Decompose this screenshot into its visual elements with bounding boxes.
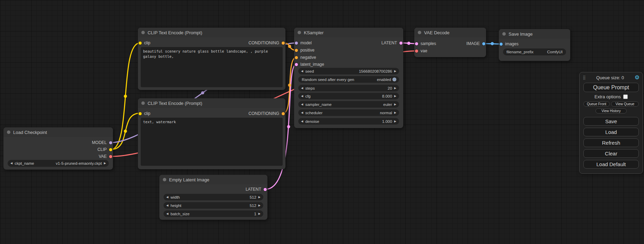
stepper-left-icon[interactable] bbox=[166, 204, 168, 207]
output-port-conditioning[interactable]: CONDITIONING bbox=[248, 40, 285, 46]
clip-port-dot[interactable] bbox=[139, 42, 142, 45]
input-port-vae[interactable]: vae bbox=[415, 48, 427, 54]
node-collapse-dot[interactable] bbox=[502, 32, 506, 36]
node-save-image[interactable]: Save Image images filename_prefix ComfyU… bbox=[499, 29, 570, 61]
node-load-checkpoint[interactable]: Load Checkpoint MODEL CLIP VAE ckpt_name… bbox=[3, 127, 113, 170]
node-clip-text-encode-positive-titlebar[interactable]: CLIP Text Encode (Prompt) bbox=[138, 28, 285, 37]
stepper-left-icon[interactable] bbox=[301, 120, 303, 123]
stepper-right-icon[interactable] bbox=[258, 213, 261, 215]
input-port-samples[interactable]: samples bbox=[415, 41, 436, 46]
stepper-left-icon[interactable] bbox=[301, 87, 303, 90]
stepper-right-icon[interactable] bbox=[394, 70, 396, 73]
stepper-right-icon[interactable] bbox=[258, 196, 261, 199]
node-clip-text-encode-negative[interactable]: CLIP Text Encode (Prompt) clip CONDITION… bbox=[138, 98, 285, 169]
output-port-conditioning[interactable]: CONDITIONING bbox=[248, 111, 285, 116]
stepper-right-icon[interactable] bbox=[394, 120, 396, 123]
input-port-negative[interactable]: negative bbox=[295, 55, 316, 60]
random-seed-toggle-widget[interactable]: Random seed after every gen enabled bbox=[298, 76, 399, 83]
input-port-clip[interactable]: clip bbox=[139, 111, 150, 116]
cfg-widget[interactable]: cfg 8.000 bbox=[298, 93, 399, 99]
latent-port-dot[interactable] bbox=[295, 63, 298, 66]
positive-prompt-textarea[interactable]: beautiful scenery nature glass bottle la… bbox=[141, 47, 283, 87]
input-port-images[interactable]: images bbox=[500, 41, 519, 47]
stepper-right-icon[interactable] bbox=[394, 111, 396, 114]
scheduler-widget[interactable]: scheduler normal bbox=[298, 109, 399, 116]
stepper-right-icon[interactable] bbox=[394, 95, 396, 98]
vae-port-dot[interactable] bbox=[415, 49, 418, 53]
output-port-model[interactable]: MODEL bbox=[92, 140, 112, 145]
output-port-image[interactable]: IMAGE bbox=[466, 41, 485, 46]
extra-options-checkbox[interactable] bbox=[623, 94, 628, 99]
settings-gear-icon[interactable] bbox=[635, 75, 639, 80]
node-empty-latent-image-titlebar[interactable]: Empty Latent Image bbox=[159, 175, 267, 184]
load-default-button[interactable]: Load Default bbox=[583, 160, 639, 169]
node-collapse-dot[interactable] bbox=[7, 130, 10, 134]
node-ksampler[interactable]: KSampler model positive negative latent_… bbox=[294, 28, 403, 128]
model-port-dot[interactable] bbox=[295, 42, 298, 45]
latent-port-dot[interactable] bbox=[399, 42, 403, 45]
view-queue-button[interactable]: View Queue bbox=[611, 101, 639, 107]
batch-size-widget[interactable]: batch_size 1 bbox=[164, 210, 263, 217]
stepper-left-icon[interactable] bbox=[166, 196, 168, 199]
node-clip-text-encode-negative-titlebar[interactable]: CLIP Text Encode (Prompt) bbox=[138, 98, 285, 108]
load-button[interactable]: Load bbox=[583, 128, 639, 136]
width-widget[interactable]: width 512 bbox=[164, 194, 263, 200]
queue-menu-panel[interactable]: Queue size: 0 Queue Prompt Extra options… bbox=[579, 72, 643, 174]
queue-prompt-button[interactable]: Queue Prompt bbox=[583, 83, 639, 92]
image-port-dot[interactable] bbox=[500, 43, 503, 46]
stepper-right-icon[interactable] bbox=[394, 87, 396, 90]
node-load-checkpoint-titlebar[interactable]: Load Checkpoint bbox=[3, 127, 113, 137]
height-widget[interactable]: height 512 bbox=[164, 202, 263, 209]
toggle-dot[interactable] bbox=[392, 78, 396, 81]
input-port-latent-image[interactable]: latent_image bbox=[295, 62, 324, 67]
image-port-dot[interactable] bbox=[482, 42, 485, 45]
conditioning-port-dot[interactable] bbox=[282, 42, 285, 45]
output-port-latent[interactable]: LATENT bbox=[381, 40, 403, 46]
node-collapse-dot[interactable] bbox=[298, 31, 301, 34]
node-ksampler-titlebar[interactable]: KSampler bbox=[294, 28, 403, 37]
node-vae-decode[interactable]: VAE Decode samples vae IMAGE bbox=[414, 28, 486, 57]
conditioning-port-dot[interactable] bbox=[295, 56, 298, 59]
drag-handle-icon[interactable] bbox=[583, 75, 586, 80]
steps-widget[interactable]: steps 20 bbox=[298, 85, 399, 91]
seed-widget[interactable]: seed 156680208700286 bbox=[298, 68, 399, 74]
vae-port-dot[interactable] bbox=[109, 155, 112, 158]
stepper-left-icon[interactable] bbox=[301, 70, 303, 73]
queue-front-button[interactable]: Queue Front bbox=[583, 101, 610, 107]
latent-port-dot[interactable] bbox=[415, 42, 418, 45]
ckpt-name-widget[interactable]: ckpt_name v1-5-pruned-emaonly.ckpt bbox=[8, 160, 109, 167]
stepper-left-icon[interactable] bbox=[301, 103, 303, 106]
node-vae-decode-titlebar[interactable]: VAE Decode bbox=[414, 28, 486, 37]
node-save-image-titlebar[interactable]: Save Image bbox=[499, 29, 570, 39]
conditioning-port-dot[interactable] bbox=[295, 49, 298, 52]
output-port-latent[interactable]: LATENT bbox=[246, 187, 267, 192]
clip-port-dot[interactable] bbox=[109, 148, 112, 151]
sampler-name-widget[interactable]: sampler_name euler bbox=[298, 101, 399, 108]
node-collapse-dot[interactable] bbox=[418, 31, 421, 34]
node-collapse-dot[interactable] bbox=[163, 178, 166, 181]
stepper-right-icon[interactable] bbox=[104, 162, 106, 165]
clear-button[interactable]: Clear bbox=[583, 149, 639, 158]
stepper-left-icon[interactable] bbox=[166, 213, 168, 215]
stepper-left-icon[interactable] bbox=[301, 111, 303, 114]
refresh-button[interactable]: Refresh bbox=[583, 138, 639, 147]
save-button[interactable]: Save bbox=[583, 117, 639, 126]
stepper-left-icon[interactable] bbox=[10, 162, 12, 165]
stepper-right-icon[interactable] bbox=[258, 204, 261, 207]
stepper-left-icon[interactable] bbox=[301, 95, 303, 98]
input-port-model[interactable]: model bbox=[295, 40, 312, 46]
output-port-clip[interactable]: CLIP bbox=[97, 147, 112, 152]
filename-prefix-widget[interactable]: filename_prefix ComfyUI bbox=[503, 48, 566, 55]
latent-port-dot[interactable] bbox=[264, 188, 267, 191]
view-history-button[interactable]: View History bbox=[596, 108, 627, 114]
model-port-dot[interactable] bbox=[109, 141, 112, 144]
node-collapse-dot[interactable] bbox=[141, 31, 145, 34]
input-port-positive[interactable]: positive bbox=[295, 47, 315, 53]
conditioning-port-dot[interactable] bbox=[282, 112, 285, 115]
negative-prompt-textarea[interactable]: text, watermark bbox=[141, 118, 283, 166]
stepper-right-icon[interactable] bbox=[394, 103, 396, 106]
node-empty-latent-image[interactable]: Empty Latent Image LATENT width 512 heig… bbox=[159, 175, 267, 220]
graph-canvas[interactable]: Load Checkpoint MODEL CLIP VAE ckpt_name… bbox=[0, 0, 644, 244]
input-port-clip[interactable]: clip bbox=[139, 40, 150, 46]
denoise-widget[interactable]: denoise 1.000 bbox=[298, 118, 399, 125]
